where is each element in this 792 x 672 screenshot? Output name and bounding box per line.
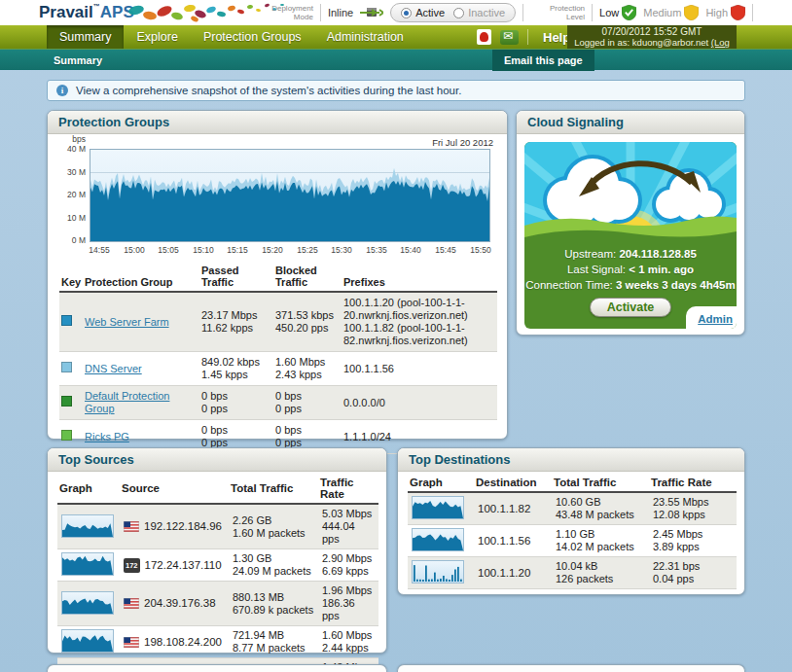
column-header: Key xyxy=(59,263,83,292)
address-cell: 100.1.1.82 xyxy=(474,492,552,525)
total-traffic-cell: 1.10 GB14.02 M packets xyxy=(552,525,649,557)
column-header: Passed Traffic xyxy=(199,263,273,292)
traffic-rate-cell: 1.96 Mbps186.36 pps xyxy=(318,582,378,626)
ip-address: 192.122.184.96 xyxy=(144,520,222,532)
divider xyxy=(752,4,753,21)
low-shield-icon xyxy=(622,5,636,20)
blocked-traffic-cell: 371.53 kbps450.20 pps xyxy=(273,292,342,352)
top-source-row: 198.108.24.200721.94 MB8.77 M packets1.6… xyxy=(57,626,378,658)
key-cell xyxy=(59,352,83,386)
nav-tab-explore[interactable]: Explore xyxy=(124,25,190,49)
total-traffic-cell: 10.60 GB43.48 M packets xyxy=(552,492,649,525)
protection-level-high[interactable]: High xyxy=(705,5,745,20)
y-axis-tick: 30 M xyxy=(59,167,86,177)
trademark-symbol: ™ xyxy=(93,3,100,10)
top-source-row: 204.39.176.38880.13 MB670.89 k packets1.… xyxy=(57,582,378,626)
sparkline-graph xyxy=(61,629,114,653)
connection-time-label: Connection Time: xyxy=(525,279,613,291)
column-header: Protection Group xyxy=(83,263,199,292)
upstream-label: Upstream: xyxy=(564,248,616,260)
admin-link[interactable]: Admin xyxy=(698,313,733,325)
protection-level-medium[interactable]: Medium xyxy=(643,5,699,20)
logo-brand: Pravail xyxy=(39,3,93,21)
total-traffic-cell: 1.30 GB24.09 M packets xyxy=(229,549,318,582)
group-key-swatch xyxy=(61,362,72,372)
table-header-row: GraphSourceTotal TrafficTraffic Rate xyxy=(57,475,378,504)
pdf-export-icon[interactable] xyxy=(477,29,491,45)
nav-utility-icons: Help xyxy=(477,25,576,49)
nav-tab-summary[interactable]: Summary xyxy=(47,25,124,49)
top-destination-row: 100.1.1.8210.60 GB43.48 M packets23.55 M… xyxy=(408,492,737,525)
graph-cell xyxy=(57,626,120,658)
traffic-area-chart xyxy=(90,150,489,241)
graph-cell xyxy=(408,492,474,525)
x-axis-tick: 15:45 xyxy=(435,245,455,255)
protection-group-link[interactable]: Web Server Farm xyxy=(85,316,169,328)
sparkline-graph xyxy=(61,514,114,538)
sub-navigation: Summary Email this page xyxy=(0,49,792,70)
active-inactive-toggle[interactable]: Active Inactive xyxy=(390,3,516,22)
inline-device-icon xyxy=(360,5,383,20)
y-axis-unit: bps xyxy=(59,134,86,144)
protection-group-link[interactable]: Default Protection Group xyxy=(85,390,169,414)
total-traffic-cell: 880.13 MB670.89 k packets xyxy=(229,582,318,626)
nav-tab-protection-groups[interactable]: Protection Groups xyxy=(191,25,314,49)
protection-group-link[interactable]: DNS Server xyxy=(85,363,142,374)
deployment-mode-label: Deployment Mode xyxy=(259,4,313,21)
main-nav-tabs: SummaryExploreProtection GroupsAdministr… xyxy=(47,25,416,49)
key-cell xyxy=(59,292,83,352)
x-axis-tick: 15:15 xyxy=(227,245,247,255)
column-header: Destination xyxy=(474,475,552,492)
traffic-rate-cell: 1.60 Mbps2.44 kpps xyxy=(318,626,378,658)
protection-group-link[interactable]: Ricks PG xyxy=(85,431,129,442)
group-key-swatch xyxy=(61,315,72,326)
prefixes-cell: 0.0.0.0/0 xyxy=(342,386,497,420)
x-axis-tick: 15:40 xyxy=(400,245,420,255)
level-medium-label: Medium xyxy=(643,7,681,18)
y-axis-tick: 20 M xyxy=(59,190,86,199)
total-traffic-cell: 2.26 GB1.60 M packets xyxy=(229,504,318,549)
logo-text: Pravail™APS xyxy=(39,3,134,22)
divider xyxy=(527,29,528,45)
graph-cell xyxy=(57,504,120,549)
panel-title: Protection Groups xyxy=(48,111,507,134)
graph-cell xyxy=(408,557,474,589)
high-shield-icon xyxy=(731,5,745,20)
email-page-icon[interactable] xyxy=(500,30,519,45)
chart-date-label: Fri Jul 20 2012 xyxy=(432,137,493,148)
us-flag-icon xyxy=(124,598,139,609)
info-banner: i View a comprehensive snapshot of the s… xyxy=(47,80,745,101)
top-destination-row: 100.1.1.561.10 GB14.02 M packets2.45 Mbp… xyxy=(408,525,737,557)
petal-decoration xyxy=(227,5,235,12)
us-flag-icon xyxy=(124,521,139,532)
table-header-row: KeyProtection GroupPassed TrafficBlocked… xyxy=(59,263,497,292)
activate-button[interactable]: Activate xyxy=(590,298,672,317)
active-radio-label: Active xyxy=(415,7,445,18)
sparkline-graph xyxy=(412,496,464,519)
nav-tab-administration[interactable]: Administration xyxy=(314,25,416,49)
ip-address: 100.1.1.82 xyxy=(478,503,530,514)
petal-decoration xyxy=(237,9,245,15)
protection-level-low[interactable]: Low xyxy=(599,5,636,20)
sparkline-graph xyxy=(61,591,114,615)
top-header-bar: Pravail™APS Deployment Mode Inline Activ… xyxy=(0,0,792,25)
column-header: Graph xyxy=(408,475,474,492)
active-radio[interactable] xyxy=(401,8,412,18)
column-header: Total Traffic xyxy=(552,475,649,492)
blocked-traffic-cell: 0 bps0 pps xyxy=(273,386,342,420)
divider xyxy=(320,4,321,21)
info-icon: i xyxy=(56,85,68,96)
y-axis-tick: 0 M xyxy=(59,235,86,245)
ip-address: 100.1.1.20 xyxy=(478,567,530,579)
passed-traffic-cell: 849.02 kbps1.45 kpps xyxy=(199,352,273,386)
next-panel-stub-left xyxy=(47,664,387,672)
level-high-label: High xyxy=(705,7,728,18)
key-cell xyxy=(59,386,83,420)
top-sources-table: GraphSourceTotal TrafficTraffic Rate 192… xyxy=(57,475,378,672)
column-header: Total Traffic xyxy=(229,475,318,504)
pravail-aps-dashboard: Pravail™APS Deployment Mode Inline Activ… xyxy=(0,0,792,672)
sparkline-graph xyxy=(412,528,464,551)
top-destinations-panel: Top Destinations GraphDestinationTotal T… xyxy=(397,447,745,595)
inactive-radio[interactable] xyxy=(453,8,464,18)
x-axis-tick: 15:00 xyxy=(124,245,144,255)
